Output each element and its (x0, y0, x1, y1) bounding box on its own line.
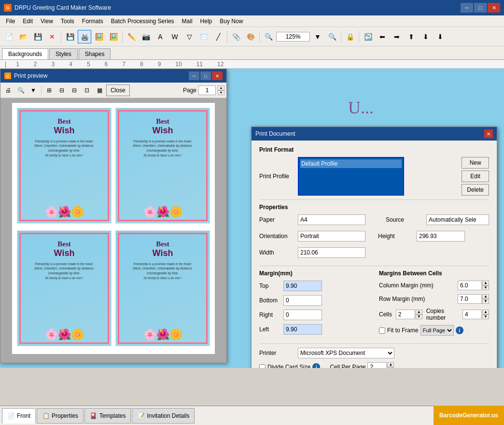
pd-source-input[interactable] (426, 214, 489, 225)
email-button[interactable]: ✉️ (197, 30, 210, 43)
pd-copies-input[interactable] (462, 310, 482, 319)
maximize-button[interactable]: □ (474, 3, 487, 13)
up-button[interactable]: ⬆ (405, 30, 418, 43)
save2-button[interactable]: 💾 (63, 30, 77, 43)
undo-button[interactable]: ↩️ (361, 30, 375, 43)
pd-divide-checkbox[interactable] (259, 364, 266, 368)
bottom-tab-invitation[interactable]: 📝 Invitation Details (132, 408, 195, 424)
pd-cells-down[interactable]: ▼ (416, 314, 422, 319)
image-button[interactable]: 🖼️ (107, 30, 120, 43)
pd-copies-up[interactable]: ▲ (482, 310, 489, 314)
pd-edit-button[interactable]: Edit (462, 170, 489, 182)
menu-formats[interactable]: Formats (78, 17, 107, 26)
tab-backgrounds[interactable]: Backgrounds (2, 48, 48, 59)
print-preview-tb-button[interactable]: 🖼️ (92, 30, 106, 43)
zoom-out-button[interactable]: 🔍 (325, 30, 339, 43)
pd-cells-up[interactable]: ▲ (416, 310, 422, 314)
pp-page-input[interactable] (198, 85, 216, 95)
pd-row-margin-input[interactable] (458, 294, 482, 304)
delete-button[interactable]: ✕ (45, 30, 59, 43)
minimize-button[interactable]: ─ (461, 3, 473, 13)
pd-margin-left-section: Margin(mm) Top Bottom Right Left (259, 270, 369, 340)
pd-top-input[interactable] (283, 281, 322, 291)
menu-batch[interactable]: Batch Processing Series (107, 17, 178, 26)
pp-zoom-button[interactable]: 🔍 (15, 85, 27, 96)
pd-col-margin-down[interactable]: ▼ (482, 285, 489, 290)
design-button[interactable]: 🎨 (244, 30, 257, 43)
shape2-button[interactable]: ▽ (182, 30, 196, 43)
pd-col-margin-input[interactable] (458, 281, 482, 290)
pp-zoom-dropdown[interactable]: ▼ (28, 85, 39, 96)
pd-bottom-input[interactable] (283, 295, 322, 306)
pp-page-up[interactable]: ▲ (218, 85, 224, 90)
menu-edit[interactable]: Edit (19, 17, 37, 26)
wordart-button[interactable]: W (168, 30, 182, 43)
pp-view3-button[interactable]: ⊟ (69, 85, 80, 96)
pd-copies-down[interactable]: ▼ (482, 314, 489, 319)
close-button[interactable]: ✕ (488, 3, 500, 13)
pp-view1-button[interactable]: ⊞ (43, 85, 55, 96)
pd-divide-info-icon[interactable]: i (312, 363, 320, 368)
pp-view5-button[interactable]: ▦ (94, 85, 105, 96)
pd-cell-per-page-down[interactable]: ▼ (387, 367, 394, 368)
pp-minimize-button[interactable]: ─ (189, 71, 199, 80)
pd-cell-per-page-up[interactable]: ▲ (387, 362, 394, 367)
pp-close-text-button[interactable]: Close (106, 85, 130, 96)
pd-orientation-input[interactable] (298, 231, 365, 241)
pp-view2-button[interactable]: ⊟ (56, 85, 68, 96)
pd-width-input[interactable] (298, 247, 365, 258)
pd-full-page-select[interactable]: Full Page (420, 325, 454, 336)
pd-close-button[interactable]: ✕ (484, 129, 493, 138)
line-button[interactable]: ╱ (211, 30, 225, 43)
toolbar-sep-1 (61, 31, 61, 42)
pd-cell-per-page-input[interactable] (367, 362, 387, 368)
bottom-tab-front[interactable]: 📄 Front (2, 408, 36, 424)
pd-default-profile[interactable]: Default Profile (300, 159, 402, 168)
pd-right-input[interactable] (283, 310, 322, 320)
pd-cells-input[interactable] (396, 310, 415, 319)
pd-row-margin-down[interactable]: ▼ (482, 299, 489, 304)
pd-new-button[interactable]: New (462, 157, 489, 169)
pd-height-input[interactable] (417, 231, 465, 241)
pp-close-button[interactable]: ✕ (212, 71, 223, 80)
nav1-button[interactable]: ⬅ (376, 30, 389, 43)
pd-fit-info-icon[interactable]: i (456, 326, 463, 334)
zoom-dropdown[interactable]: ▼ (311, 30, 324, 43)
bottom-tab-templates[interactable]: 🎴 Templates (84, 408, 131, 424)
forward-button[interactable]: ⬇ (419, 30, 433, 43)
menu-mail[interactable]: Mail (178, 17, 196, 26)
print-button[interactable]: 🖨️ (78, 30, 91, 43)
pd-col-margin-up[interactable]: ▲ (482, 281, 489, 285)
pp-view4-button[interactable]: ⊡ (81, 85, 93, 96)
lock-button[interactable]: 🔒 (343, 30, 357, 43)
open-button[interactable]: 📂 (16, 30, 30, 43)
pd-delete-button[interactable]: Delete (462, 184, 489, 196)
menu-view[interactable]: View (37, 17, 57, 26)
down-button[interactable]: ⬇ (434, 30, 447, 43)
nav2-button[interactable]: ➡ (390, 30, 404, 43)
menu-tools[interactable]: Tools (57, 17, 78, 26)
photo-button[interactable]: 📷 (139, 30, 153, 43)
save-button[interactable]: 💾 (31, 30, 44, 43)
clip-button[interactable]: 📎 (229, 30, 243, 43)
pp-page-down[interactable]: ▼ (218, 90, 224, 95)
menu-file[interactable]: File (2, 17, 19, 26)
pd-left-input[interactable] (283, 324, 322, 335)
pd-profile-listbox[interactable]: Default Profile (298, 157, 404, 196)
pp-card-1: BestWish Friendship is a promise made in… (17, 108, 112, 224)
tab-styles[interactable]: Styles (49, 48, 78, 59)
new-button[interactable]: 📄 (2, 30, 15, 43)
zoom-in-button[interactable]: 🔍 (262, 30, 275, 43)
pd-row-margin-up[interactable]: ▲ (482, 294, 489, 299)
pp-print-button[interactable]: 🖨 (2, 85, 14, 96)
text-button[interactable]: A (154, 30, 167, 43)
pd-printer-select[interactable]: Microsoft XPS Document (298, 348, 394, 358)
menu-buynow[interactable]: Buy Now (216, 17, 247, 26)
pencil-button[interactable]: ✏️ (125, 30, 138, 43)
menu-help[interactable]: Help (196, 17, 216, 26)
pd-paper-input[interactable] (298, 214, 365, 225)
tab-shapes[interactable]: Shapes (79, 48, 111, 59)
pp-maximize-button[interactable]: □ (200, 71, 211, 80)
pd-fit-checkbox[interactable] (379, 327, 385, 334)
bottom-tab-properties[interactable]: 📋 Properties (37, 408, 84, 424)
